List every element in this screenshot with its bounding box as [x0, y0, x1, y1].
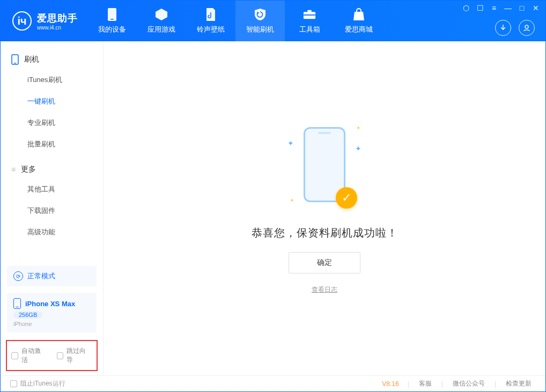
ok-button[interactable]: 确定: [289, 252, 360, 273]
app-logo: iч 爱思助手 www.i4.cn: [1, 11, 87, 31]
nav-label: 智能刷机: [246, 25, 274, 34]
skip-guide-checkbox[interactable]: 跳过向导: [57, 346, 93, 365]
nav-label: 我的设备: [98, 25, 126, 34]
logo-icon: iч: [12, 11, 32, 31]
sidebar-group-flash: 刷机: [1, 50, 103, 69]
nav-label: 工具箱: [299, 25, 320, 34]
window-controls: ⬡ ☐ ≡ — □ ✕: [462, 4, 540, 12]
device-type: iPhone: [13, 321, 32, 327]
nav-apps-games[interactable]: 应用游戏: [137, 1, 186, 41]
block-itunes-checkbox[interactable]: 阻止iTunes运行: [10, 379, 65, 388]
user-button[interactable]: [519, 20, 535, 36]
maximize-button[interactable]: □: [518, 4, 526, 12]
svg-rect-4: [304, 14, 315, 16]
toolbox-icon: [302, 8, 316, 21]
success-illustration: ✦ ✦ ✦ ✦ ✓: [295, 123, 354, 214]
device-icon: [105, 8, 119, 21]
device-name: iPhone XS Max: [25, 300, 75, 308]
nav-my-device[interactable]: 我的设备: [87, 1, 137, 41]
sparkle-icon: ✦: [356, 125, 360, 131]
svg-point-5: [525, 25, 528, 28]
highlighted-options: 自动激活 跳过向导: [6, 340, 98, 371]
music-file-icon: [204, 8, 218, 21]
nav-ringtone-wallpaper[interactable]: 铃声壁纸: [186, 1, 235, 41]
mode-card[interactable]: ⟳ 正常模式: [7, 266, 97, 286]
cube-icon: [154, 8, 168, 21]
sidebar-item-batch-flash[interactable]: 批量刷机: [1, 134, 103, 155]
auto-activate-checkbox[interactable]: 自动激活: [11, 346, 47, 365]
svg-rect-7: [14, 63, 16, 63]
lock-icon[interactable]: ☐: [476, 4, 484, 12]
main-nav: 我的设备 应用游戏 铃声壁纸 智能刷机 工具箱 爱思商城: [87, 1, 383, 41]
svg-rect-2: [304, 12, 315, 19]
svg-rect-1: [110, 19, 114, 20]
menu-icon[interactable]: ≡: [490, 4, 498, 12]
sidebar-item-itunes-flash[interactable]: iTunes刷机: [1, 69, 103, 91]
sidebar-item-other-tools[interactable]: 其他工具: [1, 179, 103, 200]
app-title: 爱思助手: [37, 12, 78, 25]
success-message: 恭喜您，保资料刷机成功啦！: [252, 226, 398, 240]
sidebar-item-download-firmware[interactable]: 下载固件: [1, 200, 103, 221]
check-badge-icon: ✓: [336, 187, 357, 209]
group-title-label: 更多: [21, 165, 36, 174]
bag-icon: [352, 8, 366, 21]
nav-toolbox[interactable]: 工具箱: [285, 1, 334, 41]
mode-label: 正常模式: [27, 271, 55, 281]
sidebar-group-more: ≡ 更多: [1, 160, 103, 179]
download-button[interactable]: [495, 20, 511, 36]
main-content: ✦ ✦ ✦ ✦ ✓ 恭喜您，保资料刷机成功啦！ 确定 查看日志: [104, 41, 545, 375]
device-storage-badge: 256GB: [13, 311, 42, 319]
nav-label: 应用游戏: [147, 25, 175, 34]
sparkle-icon: ✦: [290, 197, 294, 203]
svg-rect-3: [307, 10, 311, 13]
sidebar-item-onekey-flash[interactable]: 一键刷机: [1, 91, 103, 112]
checkbox-label: 跳过向导: [67, 346, 92, 365]
device-card[interactable]: iPhone XS Max 256GB iPhone: [7, 293, 97, 332]
device-phone-icon: [13, 298, 21, 309]
status-bar: 阻止iTunes运行 V8.16 | 客服 | 微信公众号 | 检查更新: [1, 375, 545, 391]
close-button[interactable]: ✕: [532, 4, 540, 12]
nav-label: 铃声壁纸: [197, 25, 225, 34]
header-actions: [495, 20, 535, 36]
shield-refresh-icon: [253, 8, 267, 21]
shirt-icon[interactable]: ⬡: [462, 4, 470, 12]
checkbox-label: 自动激活: [21, 346, 47, 365]
version-label: V8.16: [382, 380, 399, 388]
sparkle-icon: ✦: [355, 144, 361, 153]
nav-store[interactable]: 爱思商城: [334, 1, 383, 41]
sparkle-icon: ✦: [287, 139, 294, 147]
app-header: iч 爱思助手 www.i4.cn 我的设备 应用游戏 铃声壁纸 智能刷机 工具…: [1, 1, 545, 41]
view-log-link[interactable]: 查看日志: [312, 285, 337, 294]
nav-smart-flash[interactable]: 智能刷机: [235, 1, 285, 41]
mode-icon: ⟳: [13, 271, 23, 281]
nav-label: 爱思商城: [345, 25, 373, 34]
sidebar-item-advanced[interactable]: 高级功能: [1, 221, 103, 243]
checkbox-label: 阻止iTunes运行: [20, 379, 65, 388]
app-subtitle: www.i4.cn: [37, 25, 78, 31]
phone-icon: [11, 54, 19, 65]
footer-link-update[interactable]: 检查更新: [501, 379, 536, 388]
list-icon: ≡: [11, 165, 16, 174]
sidebar: 刷机 iTunes刷机 一键刷机 专业刷机 批量刷机 ≡ 更多 其他工具 下载固…: [1, 41, 104, 375]
sidebar-item-pro-flash[interactable]: 专业刷机: [1, 112, 103, 134]
footer-link-support[interactable]: 客服: [415, 379, 436, 388]
group-title-label: 刷机: [24, 55, 39, 64]
minimize-button[interactable]: —: [504, 4, 512, 12]
footer-link-wechat[interactable]: 微信公众号: [448, 379, 489, 388]
